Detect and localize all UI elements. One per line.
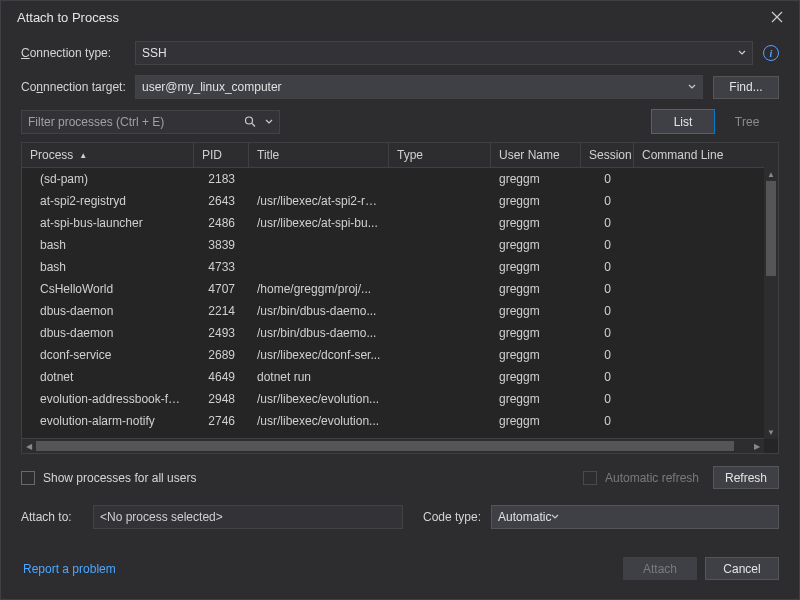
cell-process: dbus-daemon (22, 326, 194, 340)
connection-type-combo[interactable]: SSH (135, 41, 753, 65)
process-table: Process▲ PID Title Type User Name Sessio… (21, 142, 779, 454)
connection-type-label: Connection type: (21, 46, 135, 60)
refresh-button[interactable]: Refresh (713, 466, 779, 489)
cell-user: greggm (491, 326, 581, 340)
cell-session: 0 (581, 414, 634, 428)
cell-process: dotnet (22, 370, 194, 384)
table-row[interactable]: at-spi-bus-launcher2486/usr/libexec/at-s… (22, 212, 778, 234)
col-user-name[interactable]: User Name (491, 143, 581, 167)
horizontal-scrollbar[interactable]: ◀ ▶ (22, 438, 764, 453)
cell-title: /usr/bin/dbus-daemo... (249, 326, 389, 340)
cell-process: evolution-addressbook-factory (22, 392, 194, 406)
cell-process: bash (22, 238, 194, 252)
cell-user: greggm (491, 194, 581, 208)
scroll-thumb[interactable] (36, 441, 734, 451)
info-icon[interactable]: i (763, 45, 779, 61)
chevron-down-icon (688, 84, 696, 90)
table-row[interactable]: evolution-alarm-notify2746/usr/libexec/e… (22, 410, 778, 432)
window-title: Attach to Process (17, 10, 763, 25)
filter-input[interactable]: Filter processes (Ctrl + E) (21, 110, 280, 134)
cell-process: (sd-pam) (22, 172, 194, 186)
table-row[interactable]: dbus-daemon2493/usr/bin/dbus-daemo...gre… (22, 322, 778, 344)
code-type-label: Code type: (423, 510, 481, 524)
code-type-value: Automatic (498, 510, 551, 524)
tree-view-button[interactable]: Tree (715, 109, 779, 134)
cell-user: greggm (491, 172, 581, 186)
table-row[interactable]: evolution-addressbook-factory2948/usr/li… (22, 388, 778, 410)
sort-asc-icon: ▲ (79, 151, 87, 160)
cell-process: evolution-alarm-notify (22, 414, 194, 428)
show-all-users-checkbox[interactable] (21, 471, 35, 485)
cell-user: greggm (491, 304, 581, 318)
cell-session: 0 (581, 326, 634, 340)
col-command-line[interactable]: Command Line (634, 143, 734, 167)
cell-pid: 2643 (194, 194, 249, 208)
chevron-down-icon (551, 514, 559, 520)
cell-session: 0 (581, 172, 634, 186)
scroll-right-icon[interactable]: ▶ (750, 439, 764, 453)
close-icon (771, 11, 783, 23)
cell-user: greggm (491, 282, 581, 296)
cell-session: 0 (581, 194, 634, 208)
attach-row: Attach to: <No process selected> Code ty… (21, 505, 779, 529)
cell-user: greggm (491, 392, 581, 406)
cell-user: greggm (491, 216, 581, 230)
table-row[interactable]: at-spi2-registryd2643/usr/libexec/at-spi… (22, 190, 778, 212)
cell-title: dotnet run (249, 370, 389, 384)
filter-placeholder: Filter processes (Ctrl + E) (28, 115, 164, 129)
auto-refresh-checkbox (583, 471, 597, 485)
table-row[interactable]: dconf-service2689/usr/libexec/dconf-ser.… (22, 344, 778, 366)
table-row[interactable]: dotnet4649dotnet rungreggm0 (22, 366, 778, 388)
scroll-left-icon[interactable]: ◀ (22, 439, 36, 453)
attach-to-process-dialog: Attach to Process Connection type: SSH i… (0, 0, 800, 600)
cell-process: at-spi-bus-launcher (22, 216, 194, 230)
table-row[interactable]: bash4733greggm0 (22, 256, 778, 278)
cell-pid: 2183 (194, 172, 249, 186)
table-row[interactable]: bash3839greggm0 (22, 234, 778, 256)
connection-target-combo[interactable]: user@my_linux_computer (135, 75, 703, 99)
title-bar: Attach to Process (1, 1, 799, 33)
options-row: Show processes for all users Automatic r… (21, 466, 779, 489)
connection-target-label: Connnection target: (21, 80, 135, 94)
cell-title: /usr/libexec/at-spi2-re... (249, 194, 389, 208)
cell-session: 0 (581, 370, 634, 384)
cell-pid: 4733 (194, 260, 249, 274)
find-button[interactable]: Find... (713, 76, 779, 99)
vertical-scrollbar[interactable]: ▲ ▼ (764, 167, 778, 439)
code-type-combo[interactable]: Automatic (491, 505, 779, 529)
attach-to-field: <No process selected> (93, 505, 403, 529)
attach-button: Attach (623, 557, 697, 580)
table-header: Process▲ PID Title Type User Name Sessio… (22, 143, 778, 168)
cell-pid: 2486 (194, 216, 249, 230)
col-type[interactable]: Type (389, 143, 491, 167)
scroll-down-icon[interactable]: ▼ (764, 425, 778, 439)
table-row[interactable]: (sd-pam)2183greggm0 (22, 168, 778, 190)
cell-pid: 3839 (194, 238, 249, 252)
report-problem-link[interactable]: Report a problem (23, 562, 116, 576)
cell-pid: 2689 (194, 348, 249, 362)
col-process[interactable]: Process▲ (22, 143, 194, 167)
cell-user: greggm (491, 414, 581, 428)
cell-user: greggm (491, 348, 581, 362)
cell-session: 0 (581, 304, 634, 318)
col-pid[interactable]: PID (194, 143, 249, 167)
cancel-button[interactable]: Cancel (705, 557, 779, 580)
cell-pid: 2493 (194, 326, 249, 340)
connection-type-value: SSH (142, 46, 167, 60)
table-row[interactable]: CsHelloWorld4707/home/greggm/proj/...gre… (22, 278, 778, 300)
dialog-body: Connection type: SSH i Connnection targe… (1, 33, 799, 599)
close-button[interactable] (763, 5, 791, 29)
scroll-thumb[interactable] (766, 181, 776, 276)
cell-title: /usr/libexec/evolution... (249, 392, 389, 406)
list-view-button[interactable]: List (651, 109, 715, 134)
svg-point-0 (246, 117, 253, 124)
connection-type-row: Connection type: SSH i (21, 41, 779, 65)
cell-session: 0 (581, 260, 634, 274)
table-row[interactable]: dbus-daemon2214/usr/bin/dbus-daemo...gre… (22, 300, 778, 322)
col-session[interactable]: Session (581, 143, 634, 167)
connection-target-row: Connnection target: user@my_linux_comput… (21, 75, 779, 99)
col-title[interactable]: Title (249, 143, 389, 167)
scroll-up-icon[interactable]: ▲ (764, 167, 778, 181)
cell-session: 0 (581, 216, 634, 230)
auto-refresh-label: Automatic refresh (605, 471, 699, 485)
